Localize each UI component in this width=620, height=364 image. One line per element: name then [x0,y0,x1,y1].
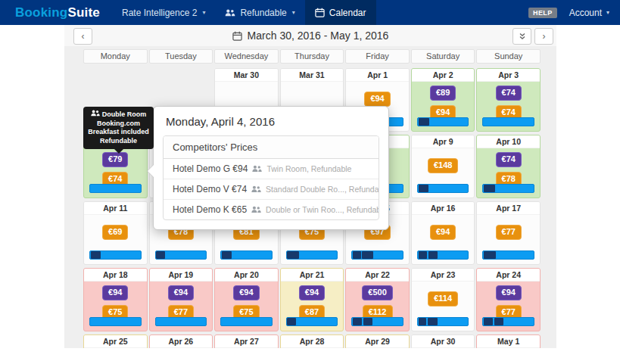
day-cell[interactable]: Apr 29 [345,334,410,348]
own-price-badge[interactable]: €500 [362,285,392,300]
availability-bar [417,184,469,193]
own-price-badge[interactable]: €89 [430,86,456,101]
competitor-name-price: Hotel Demo K €65 [173,204,247,215]
cell-date-label: Apr 16 [412,202,475,215]
bar-segment [419,318,427,325]
account-menu[interactable]: Account ▾ [569,8,609,18]
own-price-badge[interactable]: €94 [102,285,128,300]
own-price-badge[interactable]: €74 [496,86,522,101]
cell-prices: €94€87 [281,282,344,317]
cell-date-label: Apr 3 [477,69,540,82]
bookingsuite-logo[interactable]: BookingSuite [15,0,100,25]
bar-segment [287,251,299,259]
availability-bar [417,250,469,260]
cell-date-label: Apr 24 [477,269,540,282]
nav-item-rate-intelligence[interactable]: Rate Intelligence 2 ▾ [112,0,215,25]
bar-segment [363,318,372,325]
own-price-badge[interactable]: €94 [168,285,194,300]
people-icon [251,206,261,213]
own-price-badge[interactable]: €74 [496,152,522,167]
competitor-room-desc: Twin Room, Refundable [266,164,351,173]
cell-date-label: Apr 9 [412,135,475,148]
availability-bar [417,317,469,326]
help-button[interactable]: HELP [528,8,557,18]
cell-date-label: Apr 17 [477,202,540,215]
cell-date-label: Apr 26 [150,335,213,348]
day-cell[interactable]: Apr 3€74€74 [476,68,541,132]
cell-date-label: Apr 29 [346,335,409,348]
bar-segment [419,185,428,192]
cell-date-label: Apr 20 [215,269,278,282]
bar-segment [494,318,503,325]
own-price-badge[interactable]: €79 [102,152,128,167]
own-price-badge[interactable]: €94 [496,285,522,300]
competitor-price-badge[interactable]: €94 [364,92,390,107]
competitor-name-price: Hotel Demo G €94 [173,163,248,174]
competitor-row: Hotel Demo K €65Double or Twin Roo..., R… [164,200,379,219]
cell-date-label: Apr 22 [346,269,409,282]
bar-segment [484,185,495,192]
day-cell[interactable]: Apr 28 [280,334,344,348]
tooltip-line-channel: Booking.com [86,120,151,129]
cell-prices: €148 [412,148,475,184]
competitor-room-desc: Double or Twin Roo..., Refundable [266,205,379,214]
bar-segment [484,251,496,259]
cell-prices: €79€74 [84,148,147,184]
competitor-price-badge[interactable]: €77 [496,225,522,240]
day-cell[interactable]: Apr 19€94€77 [149,268,213,331]
cell-date-label: Mar 31 [281,69,344,82]
competitor-price-badge[interactable]: €69 [102,225,128,240]
cell-prices: €114 [412,282,475,317]
availability-bar [155,250,207,260]
own-price-badge[interactable]: €94 [233,285,259,300]
day-cell[interactable]: Apr 21€94€87 [280,268,344,331]
expand-range-button[interactable] [513,28,531,45]
day-cell[interactable]: Apr 25 [83,334,148,348]
day-cell[interactable]: Apr 24€94€77 [476,268,541,331]
next-week-button[interactable]: › [534,28,553,45]
bar-segment [362,251,373,259]
availability-bar [286,250,338,260]
bar-segment [428,251,438,259]
day-cell[interactable]: Apr 27 [214,334,279,348]
day-cell[interactable]: Apr 16€94 [411,201,475,265]
nav-item-refundable[interactable]: Refundable ▾ [215,0,304,25]
competitor-price-badge[interactable]: €94 [430,225,456,240]
day-cell[interactable]: Apr 20€94€75 [214,268,279,331]
navbar-menu: Rate Intelligence 2 ▾ Refundable ▾ Calen… [112,0,376,25]
prev-week-button[interactable]: ‹ [73,28,92,45]
weekday-header: Wednesday [214,49,279,64]
day-cell[interactable]: May 1 [476,334,541,348]
cell-prices: €94€75 [215,282,278,317]
cell-date-label: Apr 1 [346,69,409,82]
cell-date-label: Apr 21 [281,269,344,282]
day-popover: Monday, April 4, 2016 Competitors' Price… [153,106,389,230]
cell-date-label: Apr 23 [412,269,475,282]
day-cell[interactable]: Apr 23€114 [411,268,475,331]
availability-bar [89,317,142,326]
day-cell[interactable]: Apr 22€500€112 [345,268,410,331]
weekday-header: Friday [345,49,410,64]
tooltip-line-breakfast: Breakfast included [86,128,151,137]
own-price-badge[interactable]: €94 [299,285,325,300]
availability-bar [351,317,403,326]
day-cell[interactable]: Apr 26 [149,334,213,348]
day-cell[interactable]: Apr 2€89€94 [411,68,475,132]
people-icon [225,9,235,17]
day-cell[interactable]: Apr 30 [411,334,475,348]
cell-date-label: Apr 28 [281,335,344,348]
day-cell[interactable]: Apr 17€77 [476,201,541,265]
weekday-header: Tuesday [149,49,213,64]
day-cell[interactable]: Apr 18€94€75 [83,268,148,331]
day-cell[interactable]: Apr 10€74€78 [476,135,541,198]
competitor-price-badge[interactable]: €114 [428,291,458,306]
date-range-toolbar: ‹ March 30, 2016 - May 1, 2016 › [64,25,556,46]
competitor-price-badge[interactable]: €148 [428,158,458,173]
day-cell[interactable]: Apr 9€148 [411,135,475,198]
availability-bar [482,250,534,260]
availability-bar [351,250,403,260]
competitor-room-desc: Standard Double Ro..., Refundable [266,185,379,194]
day-cell[interactable]: Apr 11€69 [83,201,148,265]
nav-item-calendar[interactable]: Calendar [305,0,376,25]
bar-segment [428,318,438,325]
